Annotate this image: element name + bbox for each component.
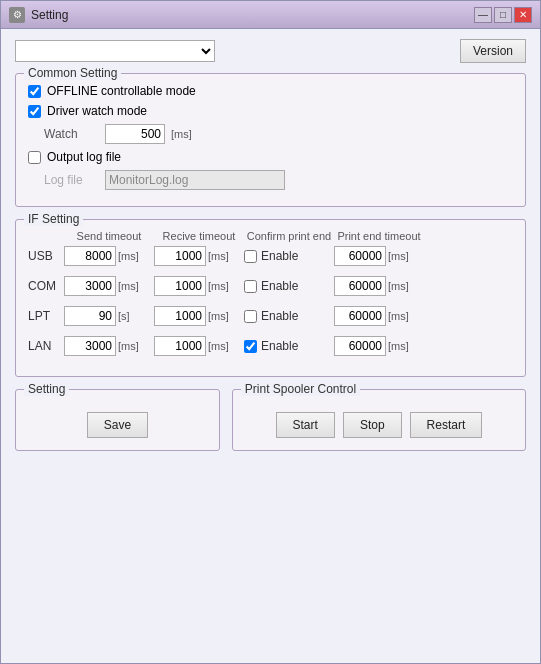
com-send-cell: [ms] (64, 276, 154, 296)
lpt-recv-input[interactable] (154, 306, 206, 326)
com-printend-cell: [ms] (334, 276, 424, 296)
lan-send-input[interactable] (64, 336, 116, 356)
usb-recv-cell: [ms] (154, 246, 244, 266)
lan-enable-label: Enable (261, 339, 298, 353)
spooler-buttons: Start Stop Restart (245, 412, 513, 438)
if-row-com: COM [ms] [ms] Enable [ms] (28, 276, 513, 296)
lan-recv-cell: [ms] (154, 336, 244, 356)
if-row-usb: USB [ms] [ms] Enable [ms] (28, 246, 513, 266)
watch-row: Watch 500 [ms] (44, 124, 513, 144)
lpt-enable-checkbox[interactable] (244, 310, 257, 323)
lpt-send-input[interactable] (64, 306, 116, 326)
stop-button[interactable]: Stop (343, 412, 402, 438)
restart-button[interactable]: Restart (410, 412, 483, 438)
watch-input[interactable]: 500 (105, 124, 165, 144)
title-bar: ⚙ Setting — □ ✕ (1, 1, 540, 29)
output-log-label: Output log file (47, 150, 121, 164)
title-buttons: — □ ✕ (474, 7, 532, 23)
lpt-printend-input[interactable] (334, 306, 386, 326)
driver-watch-checkbox[interactable] (28, 105, 41, 118)
lan-recv-unit: [ms] (208, 340, 229, 352)
lpt-enable-cell: Enable (244, 309, 334, 323)
usb-enable-label: Enable (261, 249, 298, 263)
watch-unit: [ms] (171, 128, 192, 140)
lan-send-cell: [ms] (64, 336, 154, 356)
if-label-com: COM (28, 279, 64, 293)
top-row: Version (15, 39, 526, 63)
version-button[interactable]: Version (460, 39, 526, 63)
start-button[interactable]: Start (276, 412, 335, 438)
header-confirm-print-end: Confirm print end (244, 230, 334, 242)
com-enable-label: Enable (261, 279, 298, 293)
header-send-timeout: Send timeout (64, 230, 154, 242)
lpt-recv-cell: [ms] (154, 306, 244, 326)
usb-send-input[interactable] (64, 246, 116, 266)
offline-label: OFFLINE controllable mode (47, 84, 196, 98)
com-recv-input[interactable] (154, 276, 206, 296)
minimize-button[interactable]: — (474, 7, 492, 23)
lan-printend-cell: [ms] (334, 336, 424, 356)
usb-enable-checkbox[interactable] (244, 250, 257, 263)
output-log-checkbox[interactable] (28, 151, 41, 164)
usb-enable-cell: Enable (244, 249, 334, 263)
if-label-usb: USB (28, 249, 64, 263)
usb-printend-cell: [ms] (334, 246, 424, 266)
lpt-enable-label: Enable (261, 309, 298, 323)
lpt-send-cell: [s] (64, 306, 154, 326)
if-row-lan: LAN [ms] [ms] Enable [ms] (28, 336, 513, 356)
if-setting-title: IF Setting (24, 212, 83, 226)
window-icon: ⚙ (9, 7, 25, 23)
if-header-row: Send timeout Recive timeout Confirm prin… (64, 230, 513, 242)
com-printend-unit: [ms] (388, 280, 409, 292)
lan-recv-input[interactable] (154, 336, 206, 356)
com-recv-unit: [ms] (208, 280, 229, 292)
usb-recv-input[interactable] (154, 246, 206, 266)
log-file-label: Log file (44, 173, 99, 187)
spooler-group: Print Spooler Control Start Stop Restart (232, 389, 526, 451)
setting-buttons: Save (28, 412, 207, 438)
usb-send-cell: [ms] (64, 246, 154, 266)
content-area: Version Common Setting OFFLINE controlla… (1, 29, 540, 663)
if-row-lpt: LPT [s] [ms] Enable [ms] (28, 306, 513, 326)
lan-enable-cell: Enable (244, 339, 334, 353)
lpt-printend-unit: [ms] (388, 310, 409, 322)
close-button[interactable]: ✕ (514, 7, 532, 23)
bottom-section: Setting Save Print Spooler Control Start… (15, 389, 526, 451)
setting-group-title: Setting (24, 382, 69, 396)
com-recv-cell: [ms] (154, 276, 244, 296)
output-log-row: Output log file (28, 150, 513, 164)
lpt-printend-cell: [ms] (334, 306, 424, 326)
log-file-row: Log file (44, 170, 513, 190)
lpt-recv-unit: [ms] (208, 310, 229, 322)
usb-printend-unit: [ms] (388, 250, 409, 262)
if-label-lan: LAN (28, 339, 64, 353)
com-printend-input[interactable] (334, 276, 386, 296)
save-button[interactable]: Save (87, 412, 148, 438)
maximize-button[interactable]: □ (494, 7, 512, 23)
usb-printend-input[interactable] (334, 246, 386, 266)
lan-printend-unit: [ms] (388, 340, 409, 352)
main-window: ⚙ Setting — □ ✕ Version Common Setting O… (0, 0, 541, 664)
driver-watch-label: Driver watch mode (47, 104, 147, 118)
usb-recv-unit: [ms] (208, 250, 229, 262)
offline-row: OFFLINE controllable mode (28, 84, 513, 98)
lan-send-unit: [ms] (118, 340, 139, 352)
com-enable-checkbox[interactable] (244, 280, 257, 293)
window-title: Setting (31, 8, 474, 22)
lan-printend-input[interactable] (334, 336, 386, 356)
common-setting-group: Common Setting OFFLINE controllable mode… (15, 73, 526, 207)
driver-watch-row: Driver watch mode (28, 104, 513, 118)
usb-send-unit: [ms] (118, 250, 139, 262)
com-send-unit: [ms] (118, 280, 139, 292)
offline-checkbox[interactable] (28, 85, 41, 98)
lan-enable-checkbox[interactable] (244, 340, 257, 353)
profile-dropdown[interactable] (15, 40, 215, 62)
log-file-input (105, 170, 285, 190)
spooler-group-title: Print Spooler Control (241, 382, 360, 396)
header-recv-timeout: Recive timeout (154, 230, 244, 242)
if-label-lpt: LPT (28, 309, 64, 323)
setting-group: Setting Save (15, 389, 220, 451)
com-enable-cell: Enable (244, 279, 334, 293)
common-setting-title: Common Setting (24, 66, 121, 80)
com-send-input[interactable] (64, 276, 116, 296)
